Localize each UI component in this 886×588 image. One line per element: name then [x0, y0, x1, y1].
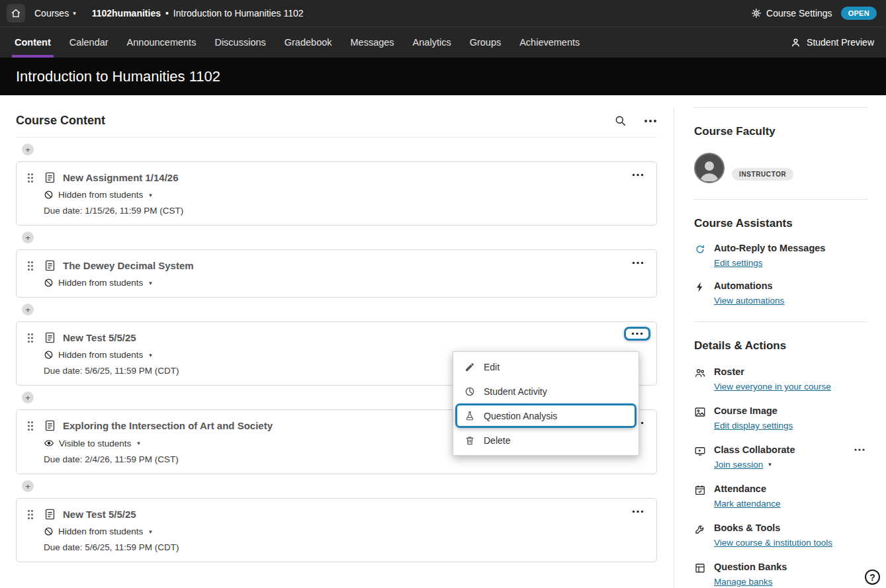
- detail-entry-roster: Roster View everyone in your course: [694, 366, 867, 392]
- visibility-label: Hidden from students: [58, 526, 143, 536]
- course-name: Introduction to Humanities 1102: [173, 8, 304, 19]
- menu-item-label: Question Analysis: [484, 411, 557, 421]
- home-button[interactable]: [7, 4, 25, 22]
- item-title-link[interactable]: New Test 5/5/25: [63, 332, 136, 343]
- menu-item-edit[interactable]: Edit: [453, 355, 639, 379]
- plus-icon: +: [25, 146, 30, 154]
- plus-icon: +: [25, 394, 30, 402]
- visibility-dropdown[interactable]: Hidden from students ▾: [44, 278, 646, 288]
- tab-discussions[interactable]: Discussions: [205, 27, 275, 58]
- open-status-badge[interactable]: OPEN: [841, 7, 877, 20]
- join-session-link[interactable]: Join session: [714, 460, 763, 470]
- roster-link[interactable]: View everyone in your course: [714, 382, 831, 392]
- assistant-entry: Auto-Reply to Messages Edit settings: [694, 243, 867, 268]
- chevron-down-icon: ▾: [137, 440, 140, 446]
- item-options-button[interactable]: [629, 258, 647, 268]
- edit-settings-link[interactable]: Edit settings: [714, 258, 763, 268]
- menu-item-delete[interactable]: Delete: [453, 428, 639, 452]
- collaborate-options-button[interactable]: [852, 447, 867, 452]
- course-settings-label: Course Settings: [766, 8, 832, 19]
- item-title-link[interactable]: New Test 5/5/25: [63, 509, 136, 520]
- faculty-heading: Course Faculty: [694, 125, 867, 138]
- roster-people-icon: [694, 366, 707, 392]
- document-icon: [44, 259, 56, 272]
- add-content-button[interactable]: +: [22, 480, 34, 492]
- due-date: Due date: 1/15/26, 11:59 PM (CST): [44, 206, 646, 216]
- content-item-card: The Dewey Decimal System Hidden from stu…: [16, 249, 657, 298]
- tab-content[interactable]: Content: [5, 27, 60, 58]
- menu-item-label: Student Activity: [484, 386, 547, 397]
- content-options-button[interactable]: [644, 119, 657, 123]
- course-institution-tools-link[interactable]: View course & institution tools: [714, 538, 832, 548]
- menu-item-student-activity[interactable]: Student Activity: [453, 379, 639, 403]
- gear-icon: [751, 8, 762, 19]
- drag-handle-icon[interactable]: [27, 173, 35, 183]
- plus-icon: +: [25, 233, 30, 242]
- drag-handle-icon[interactable]: [27, 509, 35, 520]
- visibility-label: Hidden from students: [58, 350, 143, 360]
- page-title: Introduction to Humanities 1102: [16, 68, 220, 85]
- banks-icon: [694, 562, 707, 587]
- auto-reply-icon: [694, 243, 707, 268]
- item-title-link[interactable]: Exploring the Intersection of Art and So…: [63, 420, 273, 431]
- course-settings-button[interactable]: Course Settings: [751, 8, 832, 19]
- menu-item-label: Edit: [484, 362, 500, 372]
- drag-handle-icon[interactable]: [27, 261, 35, 271]
- add-content-row: +: [16, 138, 657, 161]
- visibility-label: Hidden from students: [58, 278, 143, 288]
- visibility-dropdown[interactable]: Hidden from students ▾: [44, 526, 646, 536]
- tab-announcements[interactable]: Announcements: [118, 27, 206, 58]
- tab-calendar[interactable]: Calendar: [60, 27, 118, 58]
- item-title-link[interactable]: New Assignment 1/14/26: [63, 172, 179, 183]
- tab-achievements[interactable]: Achievements: [510, 27, 589, 58]
- add-content-button[interactable]: +: [22, 144, 34, 155]
- course-assistants-section: Course Assistants Auto-Reply to Messages…: [694, 199, 867, 321]
- visibility-label: Visible to students: [59, 439, 131, 448]
- view-automations-link[interactable]: View automations: [714, 296, 784, 306]
- courses-menu-button[interactable]: Courses ▾: [34, 8, 76, 19]
- add-content-button[interactable]: +: [22, 392, 34, 403]
- ellipsis-icon: [632, 510, 644, 513]
- course-nav: Content Calendar Announcements Discussio…: [0, 26, 886, 58]
- calendar-check-icon: [694, 483, 707, 509]
- menu-item-question-analysis[interactable]: Question Analysis: [455, 403, 637, 428]
- trash-icon: [464, 435, 475, 446]
- student-preview-button[interactable]: Student Preview: [790, 27, 881, 58]
- tab-gradebook[interactable]: Gradebook: [275, 27, 341, 58]
- item-options-button-selected[interactable]: [624, 327, 650, 341]
- breadcrumb: 1102humanities • Introduction to Humanit…: [92, 8, 304, 19]
- add-content-row: +: [16, 474, 657, 498]
- drag-handle-icon[interactable]: [27, 421, 35, 431]
- add-content-button[interactable]: +: [22, 231, 34, 243]
- tab-strip: Content Calendar Announcements Discussio…: [5, 27, 589, 58]
- drag-handle-icon[interactable]: [27, 333, 35, 343]
- due-date: Due date: 5/6/25, 11:59 PM (CDT): [44, 542, 646, 552]
- tab-messages[interactable]: Messages: [341, 27, 404, 58]
- visibility-label: Hidden from students: [58, 190, 143, 200]
- course-faculty-section: Course Faculty INSTRUCTOR: [694, 107, 867, 199]
- search-button[interactable]: [614, 114, 627, 127]
- instructor-role-badge: INSTRUCTOR: [732, 168, 793, 181]
- course-id: 1102humanities: [92, 8, 161, 19]
- add-content-button[interactable]: +: [22, 304, 34, 315]
- tab-groups[interactable]: Groups: [461, 27, 511, 58]
- help-button[interactable]: ?: [865, 569, 880, 585]
- plus-icon: +: [25, 306, 30, 314]
- manage-banks-link[interactable]: Manage banks: [714, 577, 773, 587]
- hidden-icon: [44, 190, 54, 200]
- ellipsis-icon: [854, 448, 865, 451]
- item-options-button[interactable]: [629, 507, 647, 517]
- visibility-dropdown[interactable]: Hidden from students ▾: [44, 190, 646, 200]
- detail-entry-books-tools: Books & Tools View course & institution …: [694, 523, 867, 548]
- detail-title: Question Banks: [714, 562, 867, 572]
- detail-entry-course-image: Course Image Edit display settings: [694, 405, 867, 431]
- mark-attendance-link[interactable]: Mark attendance: [714, 499, 781, 509]
- tab-analytics[interactable]: Analytics: [404, 27, 461, 58]
- item-options-button[interactable]: [629, 170, 647, 180]
- item-title-link[interactable]: The Dewey Decimal System: [63, 260, 194, 271]
- edit-display-settings-link[interactable]: Edit display settings: [714, 421, 793, 431]
- chevron-down-icon: ▾: [149, 280, 152, 286]
- chevron-down-icon: ▾: [149, 528, 152, 535]
- course-content-header: Course Content: [16, 114, 657, 138]
- details-actions-section: Details & Actions Roster View everyone i…: [694, 321, 867, 588]
